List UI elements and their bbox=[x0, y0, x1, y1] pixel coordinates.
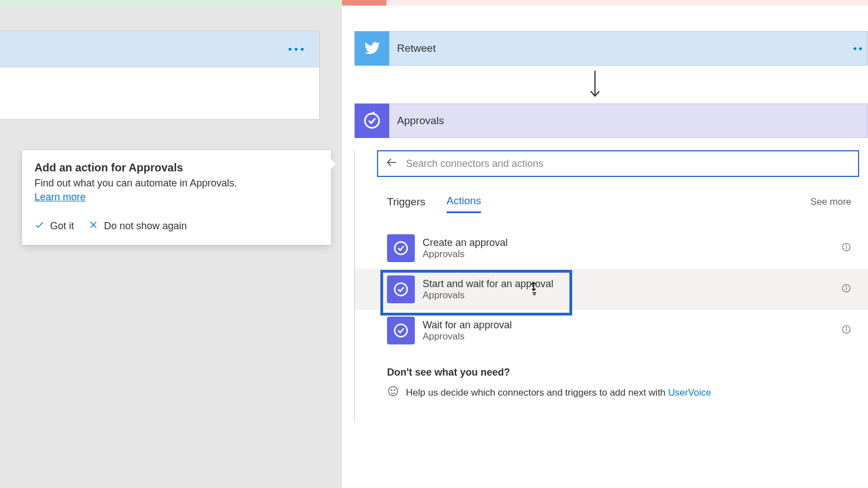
tab-triggers[interactable]: Triggers bbox=[387, 191, 425, 213]
svg-point-12 bbox=[846, 286, 847, 287]
svg-point-17 bbox=[389, 387, 398, 396]
left-top-success-bar bbox=[0, 0, 342, 7]
approvals-icon bbox=[387, 317, 415, 344]
step-retweet[interactable]: Retweet bbox=[354, 31, 868, 66]
action-sub: Approvals bbox=[423, 290, 841, 301]
tab-actions[interactable]: Actions bbox=[447, 190, 481, 213]
back-arrow-icon[interactable] bbox=[386, 156, 398, 171]
svg-point-5 bbox=[395, 242, 408, 255]
check-icon bbox=[34, 220, 44, 233]
svg-point-3 bbox=[365, 114, 379, 128]
svg-point-9 bbox=[395, 283, 408, 296]
step-approvals-title: Approvals bbox=[397, 115, 867, 127]
svg-point-18 bbox=[391, 390, 392, 390]
do-not-show-label: Do not show again bbox=[104, 220, 187, 232]
action-wait-approval[interactable]: Wait for an approval Approvals bbox=[355, 310, 868, 351]
right-top-error-accent bbox=[342, 0, 386, 6]
tooltip-body: Find out what you can automate in Approv… bbox=[34, 178, 319, 189]
left-card-header bbox=[0, 31, 319, 67]
step-retweet-title: Retweet bbox=[397, 42, 854, 55]
right-pane: Retweet Approvals Triggers bbox=[342, 0, 868, 488]
action-title: Wait for an approval bbox=[423, 319, 841, 331]
got-it-label: Got it bbox=[50, 220, 74, 232]
see-more-link[interactable]: See more bbox=[810, 196, 851, 208]
arrow-down-icon bbox=[588, 69, 868, 101]
got-it-button[interactable]: Got it bbox=[34, 220, 74, 233]
action-sub: Approvals bbox=[423, 331, 841, 342]
approvals-icon bbox=[387, 234, 415, 262]
smiley-icon bbox=[387, 385, 399, 400]
tooltip-title: Add an action for Approvals bbox=[34, 161, 319, 174]
left-pane: Add an action for Approvals Find out wha… bbox=[0, 0, 342, 488]
svg-point-13 bbox=[395, 324, 408, 337]
search-row bbox=[377, 150, 859, 177]
learn-more-link[interactable]: Learn more bbox=[34, 191, 86, 203]
svg-point-16 bbox=[846, 327, 847, 328]
footer: Don't see what you need? Help us decide … bbox=[387, 367, 851, 400]
close-icon bbox=[88, 220, 98, 233]
action-picker: Triggers Actions See more Create an appr… bbox=[354, 150, 868, 422]
step-approvals[interactable]: Approvals bbox=[354, 103, 868, 138]
uservoice-link[interactable]: UserVoice bbox=[668, 387, 711, 398]
info-icon[interactable] bbox=[841, 242, 851, 254]
step-retweet-menu-icon[interactable] bbox=[854, 47, 867, 50]
svg-point-8 bbox=[846, 245, 847, 245]
info-icon[interactable] bbox=[841, 324, 851, 337]
tooltip-approvals: Add an action for Approvals Find out wha… bbox=[22, 150, 331, 245]
approvals-icon bbox=[355, 103, 389, 138]
actions-list: Create an approval Approvals Start a bbox=[355, 228, 868, 351]
action-title: Start and wait for an approval bbox=[423, 278, 841, 290]
do-not-show-button[interactable]: Do not show again bbox=[88, 220, 187, 233]
twitter-icon bbox=[355, 31, 389, 66]
search-input[interactable] bbox=[406, 158, 850, 170]
svg-point-19 bbox=[394, 390, 395, 390]
more-menu-icon[interactable] bbox=[289, 48, 304, 51]
action-sub: Approvals bbox=[423, 249, 841, 260]
approvals-icon bbox=[387, 275, 415, 303]
action-start-wait-approval[interactable]: Start and wait for an approval Approvals bbox=[355, 269, 868, 310]
action-create-approval[interactable]: Create an approval Approvals bbox=[355, 228, 868, 269]
right-top-error-bar bbox=[342, 0, 868, 6]
info-icon[interactable] bbox=[841, 283, 851, 295]
left-collapsed-card bbox=[0, 31, 320, 120]
action-title: Create an approval bbox=[423, 237, 841, 249]
footer-text: Help us decide which connectors and trig… bbox=[406, 387, 668, 398]
tabs-row: Triggers Actions See more bbox=[387, 190, 851, 213]
footer-question: Don't see what you need? bbox=[387, 367, 851, 378]
